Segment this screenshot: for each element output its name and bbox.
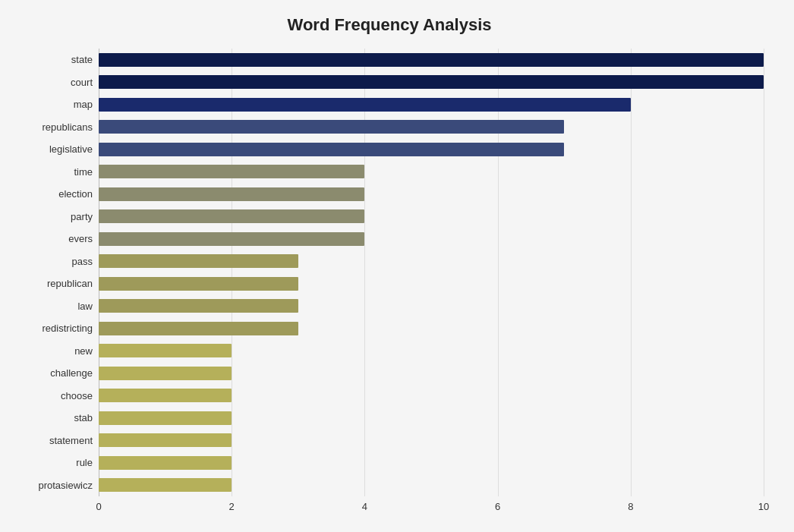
y-label: challenge bbox=[50, 368, 93, 378]
bar-row bbox=[99, 410, 764, 427]
y-label: legislative bbox=[49, 144, 93, 154]
bar bbox=[99, 120, 564, 134]
bar bbox=[99, 53, 764, 67]
bar bbox=[99, 433, 232, 447]
y-label: evers bbox=[68, 234, 93, 244]
bar bbox=[99, 411, 232, 425]
bar bbox=[99, 75, 764, 89]
x-tick: 4 bbox=[362, 501, 367, 512]
bar-row bbox=[99, 74, 764, 90]
y-label: republican bbox=[47, 279, 93, 288]
y-label: rule bbox=[76, 458, 93, 467]
bar bbox=[99, 322, 298, 335]
bar-row bbox=[99, 275, 764, 292]
bar-row bbox=[99, 387, 764, 404]
y-axis-labels: statecourtmaprepublicanslegislativetimee… bbox=[15, 49, 99, 496]
bar-row bbox=[99, 163, 764, 180]
y-label: law bbox=[77, 301, 93, 311]
y-label: stab bbox=[74, 413, 93, 423]
bar bbox=[99, 277, 298, 291]
chart-title: Word Frequency Analysis bbox=[15, 15, 764, 35]
y-label: time bbox=[74, 167, 93, 177]
x-tick: 2 bbox=[229, 501, 235, 512]
bar bbox=[99, 478, 232, 492]
bar-row bbox=[99, 96, 764, 113]
y-label: statement bbox=[49, 436, 93, 445]
chart-container: Word Frequency Analysis statecourtmaprep… bbox=[0, 0, 794, 532]
y-label: pass bbox=[72, 257, 93, 266]
bar-row bbox=[99, 297, 764, 314]
y-label: court bbox=[71, 77, 93, 87]
bar bbox=[99, 254, 298, 268]
x-tick: 6 bbox=[495, 501, 500, 512]
bar bbox=[99, 299, 298, 313]
bar bbox=[99, 344, 232, 357]
bar bbox=[99, 367, 232, 380]
bar-row bbox=[99, 52, 764, 68]
bar-row bbox=[99, 253, 764, 269]
bar-row bbox=[99, 477, 764, 493]
y-label: choose bbox=[61, 391, 93, 401]
chart-area: statecourtmaprepublicanslegislativetimee… bbox=[15, 49, 764, 496]
bar bbox=[99, 187, 364, 201]
bar-row bbox=[99, 342, 764, 359]
bar bbox=[99, 456, 232, 470]
x-tick: 10 bbox=[758, 501, 769, 512]
x-tick: 8 bbox=[628, 501, 633, 512]
y-label: map bbox=[74, 99, 93, 109]
bar-row bbox=[99, 141, 764, 158]
bar-row bbox=[99, 365, 764, 382]
bar-row bbox=[99, 320, 764, 337]
y-label: redistricting bbox=[43, 323, 93, 333]
bars-and-grid bbox=[99, 49, 764, 496]
bar-row bbox=[99, 186, 764, 203]
bar bbox=[99, 165, 364, 178]
bar-row bbox=[99, 432, 764, 449]
bar bbox=[99, 98, 631, 112]
y-label: party bbox=[71, 212, 93, 222]
y-label: election bbox=[58, 189, 93, 199]
bar-row bbox=[99, 231, 764, 247]
x-tick: 0 bbox=[96, 501, 101, 512]
y-label: new bbox=[74, 346, 93, 356]
bar bbox=[99, 209, 364, 223]
y-label: republicans bbox=[43, 122, 93, 132]
bar bbox=[99, 389, 232, 402]
y-label: state bbox=[71, 55, 93, 65]
bar-row bbox=[99, 208, 764, 225]
bar bbox=[99, 143, 564, 156]
y-label: protasiewicz bbox=[38, 480, 93, 490]
bar bbox=[99, 232, 364, 246]
bar-row bbox=[99, 455, 764, 471]
bar-row bbox=[99, 118, 764, 135]
